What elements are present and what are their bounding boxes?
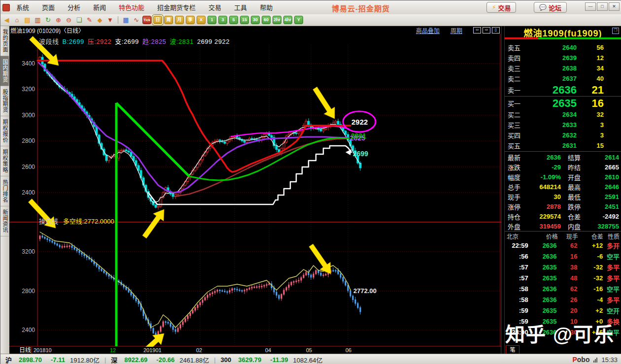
period-button-5[interactable]: 5 [229,16,238,24]
period-button-60[interactable]: 60 [262,16,271,24]
svg-text:201901: 201901 [143,347,162,353]
period-button-季[interactable]: 季 [186,16,195,24]
period-button-2hr[interactable]: 2hr [273,16,281,24]
menu-item-特色功能[interactable]: 特色功能 [112,1,151,14]
menu-item-工具[interactable]: 工具 [228,1,253,14]
zoom-out-icon[interactable]: ⊖ [65,16,73,24]
filter-icon[interactable]: ▼ [106,16,114,24]
tick-nature: 多开 [603,241,621,250]
period-button-15[interactable]: 15 [240,16,249,24]
period-button-X[interactable]: X [197,16,206,24]
period-button-月[interactable]: 月 [175,16,184,24]
forum-button[interactable]: 💬 论坛 [534,2,567,13]
period-button-4hr[interactable]: 4hr [283,16,292,24]
ask-row-卖五[interactable]: 卖五264056 [505,42,621,53]
chart-title-bar: 燃油1909 (010209)〈日线〉 商品叠加周期 ⇦ ⇨ ▯ [9,26,501,34]
tick-position-diff: -6 [577,253,603,260]
sidebar-tab-我的页面[interactable]: 我的页面 [0,26,9,56]
bid-row-买四[interactable]: 买四26323 [505,130,621,140]
stat-row: 最新2636结算2614 [505,152,621,162]
bid-price: 2634 [533,111,577,118]
chart-link-周期[interactable]: 周期 [450,28,462,34]
window-split-icon[interactable]: ▯ [492,27,500,33]
sidebar-tab-期权策略[interactable]: 期权策略 [0,146,9,176]
layers-icon[interactable]: ❏ [75,16,83,24]
chart-icon[interactable]: ∿ [132,16,140,24]
ask-row-卖三[interactable]: 卖三263834 [505,63,621,73]
period-button-周[interactable]: 周 [164,16,173,24]
sidebar-tab-新闻资讯[interactable]: 新闻资讯 [0,206,9,236]
menu-item-招金期货专栏[interactable]: 招金期货专栏 [151,1,202,14]
ask-row-卖四[interactable]: 卖四263912 [505,53,621,63]
panel-window-icon[interactable]: ❐ [612,28,619,34]
maximize-button[interactable]: □ [597,2,608,11]
sidebar-tab-股指期货[interactable]: 股指期货 [0,86,9,116]
trade-button[interactable]: ⚡ 交易 [486,2,516,13]
menu-bar: 系统页面分析新闻特色功能招金期货专栏交易工具帮助 [0,0,621,15]
table-icon[interactable]: ▦ [122,16,130,24]
period-button-3[interactable]: 3 [218,16,227,24]
svg-text:2400: 2400 [22,327,35,333]
period-button-30[interactable]: 30 [251,16,260,24]
menu-item-新闻[interactable]: 新闻 [87,1,112,14]
stat-value: -29 [525,164,561,171]
bid-row-买一[interactable]: 买一263516 [505,97,621,109]
bid-label: 买一 [505,99,533,108]
menu-item-交易[interactable]: 交易 [202,1,228,14]
ask-label: 卖四 [505,53,533,63]
page-right-icon[interactable]: ⇨ [483,27,490,33]
tick-col-价格: 价格 [530,232,558,239]
stat-row: 外盘319459内盘328755 [505,221,621,231]
status-bar: 沪2898.70-7.111912.80亿|深8922.69-20.662461… [0,354,621,364]
tick-row: 22:59263662+12多开 [505,240,621,251]
index-amount: 1082.64亿 [293,355,322,364]
home-icon[interactable]: ⌂ [13,16,21,24]
menu-item-页面[interactable]: 页面 [35,1,61,14]
period-button-1[interactable]: 1 [207,16,216,24]
tick-volume: 38 [557,264,578,271]
stat-label: 现手 [505,192,525,201]
trade-button-label: 交易 [498,3,511,12]
menu-item-分析[interactable]: 分析 [61,1,87,14]
index-value: 2898.70 [19,356,42,364]
chart-area: 燃油1909 (010209)〈日线〉 商品叠加周期 ⇦ ⇨ ▯ 3400320… [9,26,501,354]
sidebar-tab-期权报价[interactable]: 期权报价 [0,116,9,146]
zoom-in-icon[interactable]: ⊕ [54,16,63,24]
period-button-日[interactable]: 日 [153,16,162,24]
sidebar-tab-国内期货[interactable]: 国内期货 [0,56,9,86]
candlestick-chart[interactable]: 3400320030002800260024003200280024002922… [9,34,501,354]
page-left-icon[interactable]: ⇦ [473,27,481,33]
indicator-value: 趋:2825 [142,38,167,45]
bid-price: 2633 [533,121,577,129]
ask-row-卖一[interactable]: 卖一263621 [505,84,621,96]
close-button[interactable]: ✕ [609,2,620,11]
index-amount: 2461.88亿 [179,355,209,364]
stat-label: 结算 [561,153,586,162]
report-icon[interactable]: ▥ [34,16,42,24]
ask-price: 2637 [533,75,577,82]
refresh-icon[interactable]: ↻ [44,16,52,24]
stat-row: 现手30最低2591 [505,192,621,201]
chart-link-商品叠加[interactable]: 商品叠加 [416,28,440,34]
period-button-Y[interactable]: Y [294,16,303,24]
minimize-button[interactable]: — [585,2,596,11]
bid-row-买五[interactable]: 买五263115 [505,140,621,151]
toolbar-separator [118,16,118,24]
sidebar-tab-热门排名[interactable]: 热门排名 [0,176,9,206]
bid-row-买二[interactable]: 买二263432 [505,109,621,120]
bid-row-买三[interactable]: 买三26333 [505,120,621,130]
period-tick-button[interactable]: Tick [142,16,151,24]
horn-icon[interactable]: ◆ [96,16,104,24]
pencil-icon[interactable]: ✎ [85,16,94,24]
ask-row-卖二[interactable]: 卖二263740 [505,73,621,84]
bid-price: 2632 [533,132,577,139]
index-change: -7.11 [51,356,65,364]
menu-item-系统[interactable]: 系统 [10,1,35,14]
svg-text:201810: 201810 [34,347,52,353]
menu-item-帮助[interactable]: 帮助 [253,1,279,14]
tick-price: 2635 [528,274,557,282]
back-icon[interactable]: ◀ [2,16,11,24]
notebook-icon[interactable]: ▤ [23,16,32,24]
tick-price: 2636 [528,242,557,249]
tick-position-diff: -32 [577,264,603,271]
